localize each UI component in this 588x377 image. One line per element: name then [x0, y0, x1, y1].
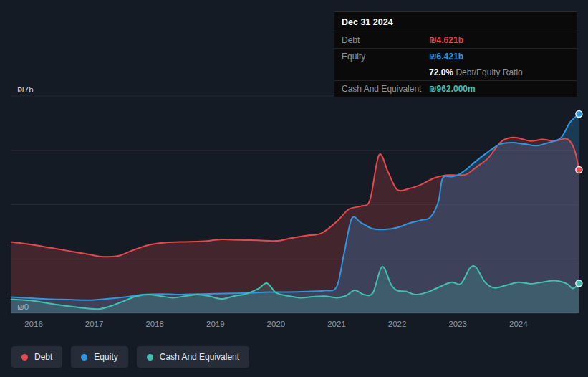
tooltip-debt-value: ₪4.621b	[429, 35, 569, 45]
legend-item-equity[interactable]: Equity	[71, 346, 127, 368]
legend-debt-label: Debt	[34, 352, 52, 362]
tooltip-debt-label: Debt	[342, 35, 429, 45]
tooltip-ratio-value: 72.0%	[429, 67, 453, 77]
equity-legend-dot-icon	[81, 354, 87, 361]
svg-text:2021: 2021	[327, 320, 346, 328]
debt-legend-dot-icon	[21, 354, 28, 361]
debt-equity-history-panel: ₪7b₪020162017201820192020202120222023202…	[0, 0, 588, 377]
chart-legend: Debt Equity Cash And Equivalent	[11, 346, 249, 368]
svg-text:2019: 2019	[206, 320, 225, 328]
tooltip-equity-value: ₪6.421b	[429, 52, 569, 62]
svg-text:2024: 2024	[509, 320, 528, 328]
svg-text:2016: 2016	[24, 320, 43, 328]
legend-item-debt[interactable]: Debt	[11, 346, 62, 368]
debt-endpoint-dot	[576, 166, 582, 173]
legend-cash-label: Cash And Equivalent	[160, 352, 239, 362]
series-areas	[11, 114, 579, 313]
svg-text:2023: 2023	[448, 320, 467, 328]
svg-text:2018: 2018	[145, 320, 164, 328]
tooltip-cash-label: Cash And Equivalent	[342, 84, 429, 94]
tooltip-debt-row: Debt ₪4.621b	[334, 32, 577, 49]
svg-text:₪7b: ₪7b	[17, 85, 34, 94]
cash-and-equivalent-endpoint-dot	[576, 280, 582, 287]
chart-tooltip: Dec 31 2024 Debt ₪4.621b Equity ₪6.421b …	[334, 11, 577, 97]
tooltip-equity-label: Equity	[342, 52, 429, 62]
tooltip-date: Dec 31 2024	[334, 12, 577, 32]
legend-item-cash[interactable]: Cash And Equivalent	[137, 346, 249, 368]
svg-text:2017: 2017	[85, 320, 104, 328]
cash-legend-dot-icon	[147, 354, 153, 361]
tooltip-ratio-label: Debt/Equity Ratio	[456, 67, 522, 77]
legend-equity-label: Equity	[94, 352, 117, 362]
svg-text:2020: 2020	[267, 320, 286, 328]
tooltip-cash-row: Cash And Equivalent ₪962.000m	[334, 81, 577, 97]
svg-text:2022: 2022	[388, 320, 407, 328]
x-axis-labels: 201620172018201920202021202220232024	[24, 320, 528, 328]
tooltip-equity-row: Equity ₪6.421b	[334, 49, 577, 65]
equity-endpoint-dot	[576, 111, 582, 118]
tooltip-ratio-row: 72.0% Debt/Equity Ratio	[334, 65, 577, 81]
tooltip-cash-value: ₪962.000m	[429, 84, 569, 94]
